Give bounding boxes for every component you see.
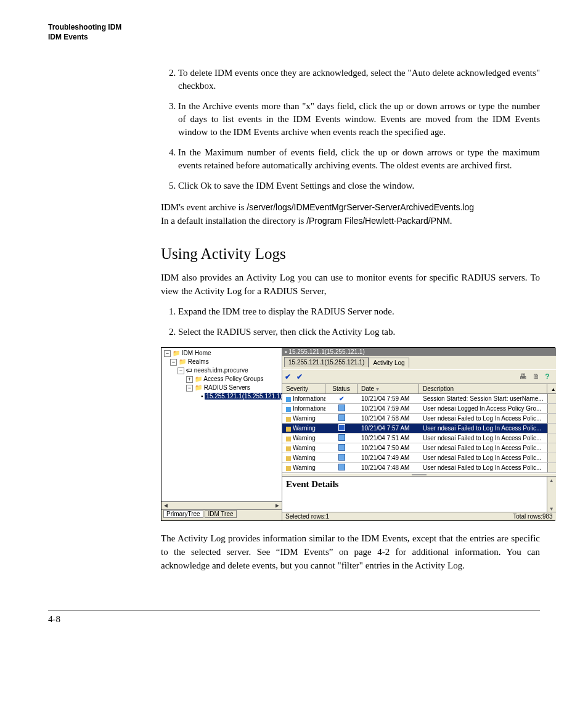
cell-severity: Warning — [282, 425, 325, 432]
archive-paragraph: IDM's event archive is /server/logs/IDME… — [161, 201, 540, 228]
cell-status — [325, 464, 357, 472]
scroll-right-icon[interactable]: ► — [273, 502, 282, 509]
scroll-left-icon[interactable]: ◄ — [161, 502, 170, 509]
main-content: To delete IDM events once they are ackno… — [161, 67, 540, 339]
closing-paragraph: The Activity Log provides information si… — [161, 532, 540, 572]
scroll-down-icon[interactable] — [549, 505, 554, 512]
ack-icon[interactable]: ✔ — [285, 372, 291, 381]
row-scroll-gutter — [547, 414, 556, 423]
tab-server[interactable]: 15.255.121.1(15.255.121.1) — [284, 357, 369, 367]
tree-label-selected: 15.255.121.1(15.255.121.1) — [205, 393, 282, 400]
log-row[interactable]: Warning10/21/04 7:50 AMUser ndesai Faile… — [282, 443, 556, 453]
step-5: Click Ok to save the IDM Event Settings … — [178, 179, 540, 192]
cell-date: 10/21/04 7:58 AM — [357, 415, 419, 422]
info-icon — [286, 407, 291, 412]
log-row[interactable]: Warning10/21/04 7:57 AMUser ndesai Faile… — [282, 424, 556, 433]
log-row[interactable]: Informational✔10/21/04 7:59 AMSession St… — [282, 394, 556, 404]
folder-icon: 📁 — [195, 376, 202, 382]
titlebar-text: 15.255.121.1(15.255.121.1) — [288, 348, 364, 355]
warning-icon — [286, 466, 291, 471]
row-scroll-gutter — [547, 404, 556, 413]
collapse-icon[interactable]: − — [178, 367, 184, 374]
cell-severity: Warning — [282, 464, 325, 471]
status-total: Total rows:983 — [513, 513, 552, 520]
collapse-icon[interactable]: − — [164, 350, 171, 357]
cell-status — [325, 424, 357, 432]
scroll-up-icon[interactable] — [551, 385, 556, 392]
tree-label: neesh.idm.procurve — [194, 367, 248, 374]
row-scroll-gutter — [547, 424, 556, 433]
cell-status — [325, 414, 357, 422]
col-date[interactable]: Date ▾ — [357, 384, 419, 393]
collapse-icon[interactable]: − — [186, 385, 193, 392]
ack-all-icon[interactable]: ✔ — [296, 372, 303, 381]
folder-icon: 📁 — [195, 384, 202, 391]
cell-description: User ndesai Failed to Log In Access Poli… — [419, 415, 547, 422]
step2-2: Select the RADIUS server, then click the… — [178, 326, 540, 339]
archive-dir: /Program Files/Hewlett-Packard/PNM — [306, 216, 450, 226]
tree-node-radius[interactable]: −📁 RADIUS Servers — [164, 384, 280, 392]
tab-activity-log[interactable]: Activity Log — [369, 358, 409, 367]
realm-icon: 🏷 — [186, 367, 192, 374]
expand-icon[interactable]: + — [186, 376, 193, 383]
export-icon[interactable]: 🗎 — [533, 372, 540, 381]
log-header: Severity Status Date ▾ Description — [282, 384, 556, 394]
print-icon[interactable]: 🖶 — [520, 372, 527, 381]
row-scroll-gutter — [547, 394, 556, 403]
warning-icon — [286, 446, 291, 451]
cell-description: User ndesai Failed to Log In Access Poli… — [419, 425, 547, 432]
cell-date: 10/21/04 7:48 AM — [357, 464, 419, 471]
folder-icon: 📁 — [173, 350, 180, 356]
header-line1: Troubleshooting IDM — [48, 22, 540, 32]
cell-severity: Warning — [282, 454, 325, 461]
tree-pane: −📁 IDM Home −📁 Realms −🏷 neesh.idm.procu… — [161, 348, 282, 520]
cell-severity: Informational — [282, 405, 325, 412]
tree-label: Realms — [188, 358, 209, 365]
cell-description: Session Started: Session Start: userName… — [419, 395, 547, 402]
col-severity[interactable]: Severity — [282, 384, 325, 393]
cell-status — [325, 454, 357, 462]
log-row[interactable]: Warning10/21/04 7:58 AMUser ndesai Faile… — [282, 414, 556, 424]
col-status[interactable]: Status — [325, 384, 357, 393]
status-square-icon — [338, 424, 345, 431]
status-square-icon — [338, 444, 345, 451]
details-vscroll[interactable] — [547, 477, 556, 512]
help-icon[interactable]: ? — [545, 372, 549, 381]
cell-date: 10/21/04 7:57 AM — [357, 425, 419, 432]
log-row[interactable]: Warning10/21/04 7:49 AMUser ndesai Faile… — [282, 453, 556, 463]
col-description[interactable]: Description — [419, 384, 547, 393]
tree-node-idm-home[interactable]: −📁 IDM Home — [164, 349, 280, 358]
tree-label: Access Policy Groups — [203, 376, 263, 382]
status-square-icon — [338, 414, 345, 421]
tree-tab-idm[interactable]: IDM Tree — [205, 510, 236, 518]
info-icon — [286, 397, 291, 402]
log-row[interactable]: Warning10/21/04 7:48 AMUser ndesai Faile… — [282, 463, 556, 473]
tree-tab-primary[interactable]: PrimaryTree — [163, 510, 203, 518]
tree-hscroll[interactable]: ◄► — [161, 501, 282, 509]
archive-text-1: IDM's event archive is — [161, 202, 247, 212]
tree-node-neesh[interactable]: −🏷 neesh.idm.procurve — [164, 366, 280, 375]
log-row[interactable]: Informational10/21/04 7:59 AMUser ndesai… — [282, 404, 556, 414]
cell-status — [325, 434, 357, 442]
sort-desc-icon: ▾ — [376, 385, 379, 392]
tree-node-server[interactable]: ▪ 15.255.121.1(15.255.121.1) — [164, 392, 280, 401]
cell-description: User ndesai Failed to Log In Access Poli… — [419, 445, 547, 451]
cell-status — [325, 404, 357, 413]
status-square-icon — [338, 404, 345, 411]
tree-node-realms[interactable]: −📁 Realms — [164, 358, 280, 366]
cell-description: User ndesai Failed to Log In Access Poli… — [419, 464, 547, 471]
intro-paragraph: IDM also provides an Activity Log you ca… — [161, 271, 540, 298]
archive-path: /server/logs/IDMEventMgrServer-ServerArc… — [247, 202, 474, 212]
tree-node-apg[interactable]: +📁 Access Policy Groups — [164, 375, 280, 384]
tree-tabs: PrimaryTree IDM Tree — [161, 509, 282, 520]
row-scroll-gutter — [547, 433, 556, 443]
scroll-up-icon[interactable] — [549, 477, 554, 483]
collapse-icon[interactable]: − — [170, 359, 177, 366]
log-row[interactable]: Warning10/21/04 7:51 AMUser ndesai Faile… — [282, 433, 556, 443]
section-heading: Using Activity Logs — [161, 245, 540, 263]
tree-label: IDM Home — [182, 350, 211, 356]
status-square-icon — [338, 464, 345, 470]
col-date-label: Date — [361, 385, 374, 392]
period: . — [450, 216, 452, 226]
titlebar: ▪ 15.255.121.1(15.255.121.1) — [282, 348, 556, 356]
